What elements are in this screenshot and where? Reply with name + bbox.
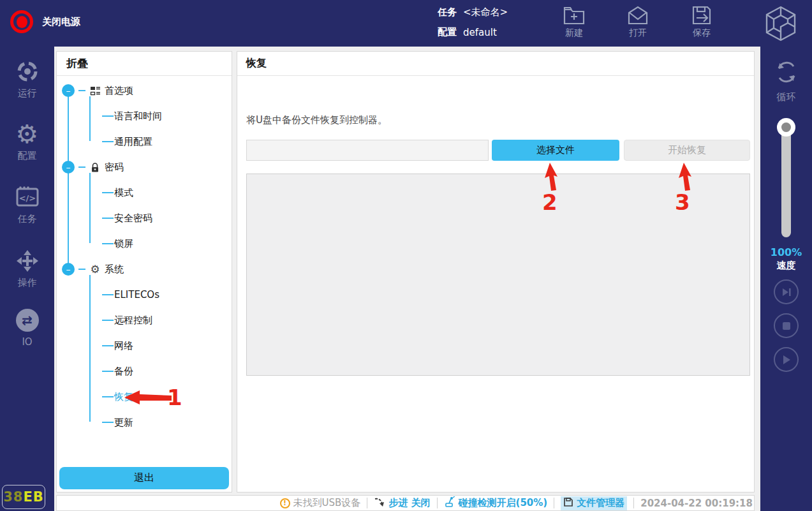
new-folder-icon [563,5,586,26]
loop-icon [774,59,799,87]
power-button[interactable]: 关闭电源 [10,10,80,33]
tree-item-remote-control[interactable]: 远程控制 [102,307,152,333]
gear-icon: ⚙ [16,122,39,146]
tree-item-preferences[interactable]: – 首选项 [62,78,133,103]
sidebar-item-config[interactable]: ⚙ 配置 [0,122,54,162]
tree-item-elitecos[interactable]: ELITECOs [102,282,159,307]
power-record-icon [10,10,33,33]
tree-item-mode[interactable]: 模式 [102,180,133,205]
collapse-label: 折叠 [66,56,88,71]
collapse-node-icon[interactable]: – [62,84,75,97]
tree-item-lock-screen[interactable]: 锁屏 [102,231,133,256]
tree-label-lock-screen: 锁屏 [114,238,133,250]
datetime-label: 2024-04-22 00:19:18 [640,498,753,509]
warning-icon: ! [280,498,290,508]
save-disk-icon [690,5,713,26]
restore-panel: 恢复 将U盘中备份文件恢复到控制器。 选择文件 开始恢复 [237,51,755,492]
move-arrows-icon [15,249,40,273]
annotation-number-2: 2 [542,189,557,215]
task-value: <未命名> [463,6,508,19]
sidebar-item-run[interactable]: 运行 [0,59,54,100]
step-next-button[interactable] [774,279,799,304]
annotation-number-1: 1 [167,385,182,410]
open-envelope-icon [626,5,649,26]
restore-file-path-input[interactable] [246,140,489,161]
exit-button[interactable]: 退出 [59,467,229,489]
collapse-node-icon[interactable]: – [62,161,75,174]
annotation-number-3: 3 [675,189,690,215]
stop-button[interactable] [774,313,799,338]
sidebar-run-label: 运行 [18,87,37,100]
tree-item-backup[interactable]: 备份 [102,359,133,384]
usb-status: ! 未找到USB设备 [280,497,361,509]
code-window-icon: </> [15,185,40,209]
file-manager-button[interactable]: 文件管理器 [561,496,627,510]
sidebar-io-label: IO [22,336,32,348]
sidebar-item-io[interactable]: ⇄ IO [0,308,54,348]
start-restore-button[interactable]: 开始恢复 [624,140,750,161]
tree-item-general-config[interactable]: 通用配置 [102,129,152,154]
collapse-node-icon[interactable]: – [62,263,75,276]
tree-item-update[interactable]: 更新 [102,410,133,435]
tree-item-language-time[interactable]: 语言和时间 [102,103,162,129]
sidebar-config-label: 配置 [18,150,37,162]
brand-logo-icon [761,4,801,46]
badge-part1: 38 [3,489,23,505]
tree-label-safety-password: 安全密码 [114,212,152,225]
save-task-label: 保存 [693,27,711,39]
tree-label-remote-control: 远程控制 [114,315,152,327]
tree-item-password[interactable]: – 密码 [62,154,124,180]
speed-readout: 100% 速度 [760,246,812,272]
tree-label-general-config: 通用配置 [114,136,152,148]
sidebar-task-label: 任务 [18,213,37,225]
restore-description: 将U盘中备份文件恢复到控制器。 [246,114,387,126]
right-sidebar: 循环 100% 速度 [760,47,812,511]
speed-percent: 100% [760,246,812,258]
new-task-button[interactable]: 新建 [555,5,593,39]
sidebar-operate-label: 操作 [18,277,37,289]
speed-slider-knob[interactable] [777,118,795,137]
speed-slider-track[interactable] [781,128,791,237]
top-bar: 关闭电源 任务 <未命名> 配置 default 新建 [0,0,812,47]
collision-status-label: 碰撞检测开启(50%) [459,497,548,509]
tree-item-safety-password[interactable]: 安全密码 [102,205,152,231]
tree-item-network[interactable]: 网络 [102,333,133,359]
save-task-button[interactable]: 保存 [683,5,721,39]
run-icon [15,59,40,84]
start-restore-label: 开始恢复 [668,144,706,156]
top-actions: 新建 打开 保存 [555,5,721,39]
file-manager-icon [563,497,573,510]
loop-label: 循环 [777,91,796,103]
preferences-icon [89,85,101,96]
page-title-bar: 恢复 [237,52,754,76]
collision-status[interactable]: 碰撞检测开启(50%) [444,496,548,510]
collision-robot-icon [444,496,455,510]
tree-label-elitecos: ELITECOs [114,289,159,300]
step-mode-status[interactable]: 步进 关闭 [374,496,430,510]
sidebar-item-task[interactable]: </> 任务 [0,185,54,225]
settings-tree-panel: 折叠 – 首选项 语言和时间 通用配置 [56,51,232,492]
task-label: 任务 [438,6,457,19]
exit-button-label: 退出 [134,471,154,485]
open-task-button[interactable]: 打开 [619,5,657,39]
collapse-header[interactable]: 折叠 [57,52,232,76]
select-file-label: 选择文件 [536,144,575,156]
config-value: default [463,27,497,38]
task-config-block: 任务 <未命名> 配置 default [438,6,508,46]
tree-label-language-time: 语言和时间 [114,110,162,122]
tree-label-system: 系统 [105,263,124,276]
step-mode-label: 步进 关闭 [388,497,430,509]
new-task-label: 新建 [565,27,583,39]
annotation-arrow-1 [123,389,173,410]
tree-item-system[interactable]: – ⚙ 系统 [62,256,124,282]
select-file-button[interactable]: 选择文件 [492,140,619,161]
lock-icon [89,161,101,173]
tree-label-update: 更新 [114,417,133,429]
play-button[interactable] [774,347,799,372]
loop-mode-button[interactable]: 循环 [760,59,812,103]
tree-label-password: 密码 [105,161,124,174]
device-badge: 38EB [2,485,45,509]
sidebar-item-operate[interactable]: 操作 [0,249,54,289]
tree-label-backup: 备份 [114,366,133,378]
tree-label-preferences: 首选项 [105,85,133,97]
